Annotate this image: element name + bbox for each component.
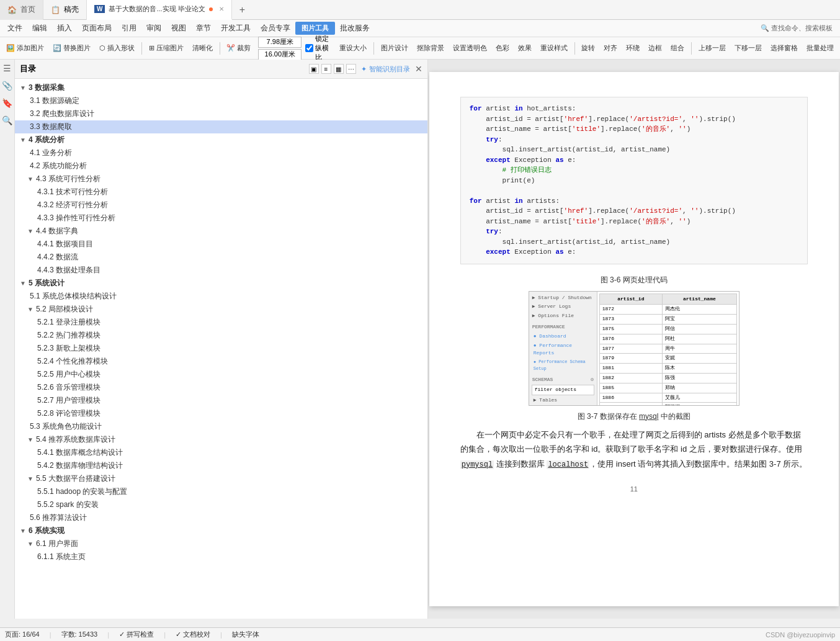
toc-item-5-2-5[interactable]: 5.2.5 用户中心模块 — [15, 368, 427, 381]
sharpen-button[interactable]: 清晰化 — [189, 42, 217, 55]
toc-item-5-5-2[interactable]: 5.5.2 spark 的安装 — [15, 498, 427, 511]
menu-dev-tools[interactable]: 开发工具 — [216, 20, 256, 36]
add-image-button[interactable]: 🖼️ 添加图片 — [2, 42, 48, 55]
toc-item-4-4-3[interactable]: 4.4.3 数据处理条目 — [15, 264, 427, 277]
replace-image-button[interactable]: 🔄 替换图片 — [49, 42, 94, 55]
toc-item-4-3-1[interactable]: 4.3.1 技术可行性分析 — [15, 186, 427, 199]
height-input[interactable] — [258, 49, 302, 60]
tab-home[interactable]: 🏠 首页 — [0, 0, 43, 20]
wrap-button[interactable]: 环绕 — [622, 42, 643, 55]
align-button[interactable]: 对齐 — [600, 42, 621, 55]
toc-item-5-2[interactable]: ▼5.2 局部模块设计 — [15, 303, 427, 316]
toc-item-3-3[interactable]: 3.3 数据爬取 — [15, 120, 427, 133]
toc-item-5-3[interactable]: 5.3 系统角色功能设计 — [15, 420, 427, 433]
move-down-button[interactable]: 下移一层 — [731, 42, 766, 55]
resize-button[interactable]: 重设大小 — [336, 42, 370, 55]
remove-bg-button[interactable]: 抠除背景 — [413, 42, 448, 55]
image-toolbar: 🖼️ 添加图片 🔄 替换图片 ⬡ 插入形状 ⊞ 压缩图片 清晰化 ✂️ 裁剪 锁… — [0, 37, 840, 60]
select-pane-button[interactable]: 选择窗格 — [767, 42, 802, 55]
nav-icon-bookmark[interactable]: 📎 — [2, 81, 12, 91]
toc-item-3-2[interactable]: 3.2 爬虫数据库设计 — [15, 107, 427, 120]
spell-check-status[interactable]: ✓ 拼写检查 — [119, 630, 154, 639]
compress-button[interactable]: ⊞ 压缩图片 — [145, 42, 187, 55]
design-button[interactable]: 图片设计 — [377, 42, 412, 55]
doc-check-status[interactable]: ✓ 文档校对 — [176, 630, 210, 639]
tab-recycle[interactable]: 📋 稿壳 — [43, 0, 87, 20]
menu-insert[interactable]: 插入 — [52, 20, 77, 36]
toc-item-4-4-1[interactable]: 4.4.1 数据项目目 — [15, 238, 427, 251]
menu-vip[interactable]: 会员专享 — [256, 20, 295, 36]
nav-icon-search[interactable]: 🔍 — [2, 115, 12, 125]
toc-item-5-2-6[interactable]: 5.2.6 音乐管理模块 — [15, 381, 427, 394]
toc-smart-recognize[interactable]: ✦ 智能识别目录 — [361, 65, 410, 74]
word-icon: W — [94, 5, 105, 13]
pymysql-code: pymysql — [460, 460, 494, 469]
menu-reference[interactable]: 引用 — [117, 20, 141, 36]
toc-item-5-4-2[interactable]: 5.4.2 数据库物理结构设计 — [15, 459, 427, 472]
toc-item-4-1[interactable]: 4.1 业务分析 — [15, 146, 427, 159]
move-up-button[interactable]: 上移一层 — [695, 42, 730, 55]
toc-view2[interactable]: ▦ — [334, 64, 344, 74]
effects-button[interactable]: 效果 — [514, 42, 535, 55]
toc-item-5-2-2[interactable]: 5.2.2 热门推荐模块 — [15, 329, 427, 342]
crop-button[interactable]: ✂️ 裁剪 — [223, 42, 254, 55]
toc-item-5-5[interactable]: ▼5.5 大数据平台搭建设计 — [15, 472, 427, 485]
toc-item-3-1[interactable]: 3.1 数据源确定 — [15, 94, 427, 107]
tab-doc[interactable]: W 基于大数据的音...实现 毕业论文 ✕ — [87, 0, 232, 20]
menu-review[interactable]: 审阅 — [141, 20, 166, 36]
toc-item-5-1[interactable]: 5.1 系统总体模块结构设计 — [15, 290, 427, 303]
toc-item-3[interactable]: ▼3 数据采集 — [15, 81, 427, 94]
menu-batch-service[interactable]: 批改服务 — [335, 20, 375, 36]
color-button[interactable]: 色彩 — [492, 42, 513, 55]
missing-font-status[interactable]: 缺失字体 — [232, 630, 259, 639]
toc-item-label: 3.3 数据爬取 — [30, 122, 72, 132]
toc-item-6-1-1[interactable]: 6.1.1 系统主页 — [15, 550, 427, 563]
toc-item-label: 5.4.1 数据库概念结构设计 — [37, 447, 123, 458]
toc-view1[interactable]: ≡ — [321, 64, 331, 74]
combine-button[interactable]: 组合 — [667, 42, 688, 55]
nav-icon-home[interactable]: ☰ — [3, 63, 11, 73]
toc-item-5-6[interactable]: 5.6 推荐算法设计 — [15, 511, 427, 524]
toc-item-6[interactable]: ▼6 系统实现 — [15, 524, 427, 537]
toc-item-4-3-3[interactable]: 4.3.3 操作性可行性分析 — [15, 212, 427, 225]
toc-item-5-2-3[interactable]: 5.2.3 新歌上架模块 — [15, 342, 427, 355]
toc-close-button[interactable]: ✕ — [415, 64, 422, 74]
toc-item-5[interactable]: ▼5 系统设计 — [15, 277, 427, 290]
restyle-button[interactable]: 重设样式 — [537, 42, 571, 55]
toc-item-5-2-4[interactable]: 5.2.4 个性化推荐模块 — [15, 355, 427, 368]
search-box[interactable]: 🔍 查找命令、搜索模板 — [761, 24, 833, 33]
toc-item-4-3[interactable]: ▼4.3 系统可行性分析 — [15, 173, 427, 186]
menu-page-layout[interactable]: 页面布局 — [77, 20, 117, 36]
transparent-button[interactable]: 设置透明色 — [449, 42, 491, 55]
menu-edit[interactable]: 编辑 — [27, 20, 52, 36]
toc-item-5-2-8[interactable]: 5.2.8 评论管理模块 — [15, 407, 427, 420]
toc-item-5-2-7[interactable]: 5.2.7 用户管理模块 — [15, 394, 427, 407]
toc-item-5-5-1[interactable]: 5.5.1 hadoop 的安装与配置 — [15, 485, 427, 498]
menu-section[interactable]: 章节 — [191, 20, 216, 36]
rotate-button[interactable]: 旋转 — [578, 42, 599, 55]
toc-item-4-2[interactable]: 4.2 系统功能分析 — [15, 159, 427, 173]
toc-item-4-3-2[interactable]: 4.3.2 经济可行性分析 — [15, 199, 427, 212]
toc-more[interactable]: ⋯ — [346, 64, 356, 74]
toc-item-4[interactable]: ▼4 系统分析 — [15, 133, 427, 146]
toc-item-6-1[interactable]: ▼6.1 用户界面 — [15, 537, 427, 550]
toc-item-4-4[interactable]: ▼4.4 数据字典 — [15, 225, 427, 238]
width-input[interactable] — [258, 37, 302, 48]
batch-button[interactable]: 批量处理 — [803, 42, 838, 55]
toc-item-label: 4 系统分析 — [29, 135, 65, 145]
tab-close-btn[interactable]: ✕ — [219, 6, 224, 12]
toc-item-5-4[interactable]: ▼5.4 推荐系统数据库设计 — [15, 433, 427, 446]
toc-item-5-4-1[interactable]: 5.4.1 数据库概念结构设计 — [15, 446, 427, 459]
replace-image-icon: 🔄 — [53, 44, 61, 52]
toc-collapse-all[interactable]: ▣ — [309, 64, 319, 74]
border-button[interactable]: 边框 — [645, 42, 666, 55]
active-toolbar-tab[interactable]: 图片工具 — [295, 22, 335, 35]
lock-ratio-checkbox[interactable]: 锁定纵横比 — [305, 34, 334, 62]
toc-item-4-4-2[interactable]: 4.4.2 数据流 — [15, 251, 427, 264]
nav-icon-star[interactable]: 🔖 — [2, 98, 12, 108]
menu-file[interactable]: 文件 — [2, 20, 27, 36]
insert-shape-button[interactable]: ⬡ 插入形状 — [96, 42, 138, 55]
toc-item-5-2-1[interactable]: 5.2.1 登录注册模块 — [15, 316, 427, 329]
menu-view[interactable]: 视图 — [166, 20, 191, 36]
new-tab-button[interactable]: + — [232, 4, 252, 16]
